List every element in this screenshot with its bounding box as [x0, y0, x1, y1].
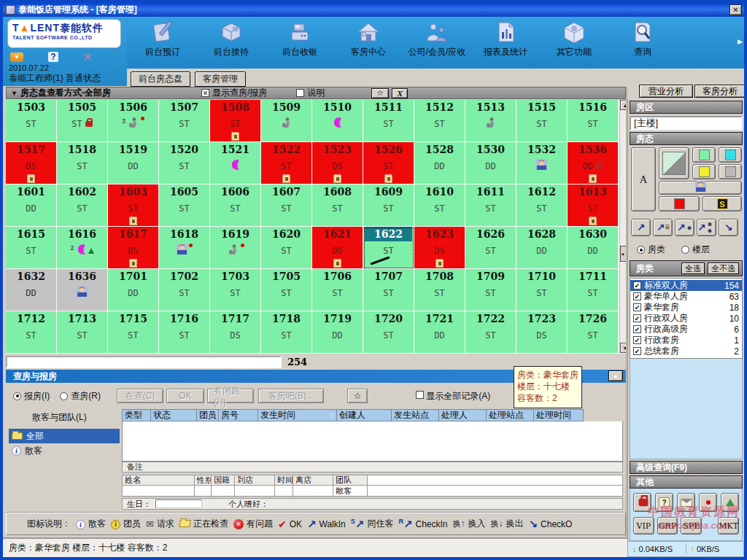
- code-button-mkt[interactable]: MKT: [718, 517, 739, 534]
- room-cell-1528[interactable]: 1528DD: [414, 142, 465, 184]
- table-header-4[interactable]: 房号: [219, 409, 258, 421]
- room-cell-1630[interactable]: 1630DD: [568, 227, 619, 269]
- status-a-button[interactable]: A: [631, 147, 656, 211]
- room-cell-1608[interactable]: 1608ST: [312, 184, 363, 227]
- guest-cell-3[interactable]: [212, 486, 235, 497]
- area-select-input[interactable]: [主楼]: [630, 116, 743, 131]
- room-cell-1712[interactable]: 1712ST: [6, 311, 57, 354]
- lock-room-button[interactable]: [633, 493, 651, 512]
- window-close-button[interactable]: ✕: [729, 4, 742, 15]
- room-cell-1719[interactable]: 1719DD: [312, 311, 363, 354]
- star-button[interactable]: ☆: [347, 389, 368, 403]
- room-cell-1532[interactable]: 1532: [516, 142, 568, 184]
- room-cell-1706[interactable]: 1706ST: [312, 269, 363, 311]
- room-cell-1623[interactable]: 1623DS: [414, 227, 465, 269]
- floor-radio[interactable]: [681, 246, 689, 254]
- room-cell-1610[interactable]: 1610ST: [414, 184, 465, 227]
- status-vacant-button[interactable]: [692, 147, 716, 163]
- roomtype-item-7[interactable]: ✔总统套房2: [630, 346, 742, 357]
- roomtype-item-2[interactable]: ✔豪华单人房63: [630, 291, 742, 302]
- collapse-section-button[interactable]: ▲: [608, 370, 623, 381]
- table-header-9[interactable]: 处理站点: [487, 409, 534, 421]
- room-cell-1516[interactable]: 1516ST: [568, 100, 619, 142]
- table-header-5[interactable]: 发生时间▽: [258, 409, 337, 421]
- status-yellow-button[interactable]: [692, 164, 716, 179]
- room-cell-1603[interactable]: 1603ST: [108, 184, 159, 227]
- roomtype-checkbox[interactable]: ✔: [633, 281, 641, 289]
- room-cell-1616[interactable]: 16162: [57, 227, 108, 269]
- room-cell-1522[interactable]: 1522ST: [261, 142, 312, 184]
- table-header-3[interactable]: 团员: [197, 409, 219, 421]
- room-cell-1530[interactable]: 1530DD: [465, 142, 516, 184]
- room-cell-1507[interactable]: 1507ST: [159, 100, 210, 142]
- room-cell-1716[interactable]: 1716ST: [159, 311, 210, 354]
- room-cell-1602[interactable]: 1602ST: [57, 184, 108, 227]
- room-cell-1511[interactable]: 1511ST: [363, 100, 414, 142]
- clean-arrow-button[interactable]: ↗⌸: [653, 219, 673, 236]
- roomtype-item-5[interactable]: ✔行政高级房6: [630, 324, 742, 335]
- toolbar-button-6[interactable]: 报表及统计: [471, 18, 540, 65]
- toolbar-overflow-icon[interactable]: ▶: [738, 38, 743, 45]
- guest-cell-4[interactable]: [235, 486, 275, 497]
- room-cell-1618[interactable]: 1618: [159, 227, 210, 269]
- room-cell-1513[interactable]: 1513: [465, 100, 516, 142]
- checkin-arrow-button[interactable]: ↗: [631, 219, 651, 236]
- room-cell-1723[interactable]: 1723DS: [516, 311, 568, 354]
- roomtype-radio[interactable]: [637, 246, 645, 254]
- show-inspect-checkbox[interactable]: ✕: [201, 89, 209, 97]
- room-bar-button[interactable]: 客房吧(B)...: [258, 389, 324, 403]
- room-cell-1702[interactable]: 1702ST: [159, 269, 210, 311]
- room-cell-1620[interactable]: 1620ST: [261, 227, 312, 269]
- table-header-8[interactable]: 处理人: [439, 409, 487, 421]
- toolbar-button-8[interactable]: 查询: [608, 18, 677, 65]
- room-analysis-button[interactable]: 客房分析: [694, 85, 746, 98]
- toolbar-button-3[interactable]: 前台收银: [266, 18, 334, 65]
- help-icon[interactable]: ?: [48, 52, 58, 62]
- exit-icon[interactable]: ✕: [83, 51, 92, 63]
- room-cell-1722[interactable]: 1722ST: [465, 311, 516, 354]
- table-header-10[interactable]: 处理时间: [534, 409, 584, 421]
- guest-cell-5[interactable]: [275, 486, 293, 497]
- room-cell-1615[interactable]: 1615ST: [6, 227, 57, 269]
- green-triangle-button[interactable]: [721, 493, 739, 512]
- ok-button[interactable]: OK: [166, 389, 204, 403]
- room-cell-1715[interactable]: 1715ST: [108, 311, 159, 354]
- status-cyan-button[interactable]: [719, 147, 742, 163]
- room-cell-1605[interactable]: 1605ST: [159, 184, 210, 227]
- toolbar-button-1[interactable]: 前台预订: [128, 18, 197, 65]
- toolbar-button-2[interactable]: 前台接待: [197, 18, 266, 65]
- inspect-radio[interactable]: [60, 392, 68, 400]
- roomtype-checkbox[interactable]: ✔: [633, 303, 641, 311]
- room-cell-1536[interactable]: 1536DD: [568, 142, 619, 184]
- room-cell-1632[interactable]: 1632DD: [6, 269, 57, 311]
- room-cell-1519[interactable]: 1519DD: [108, 142, 159, 184]
- room-cell-1713[interactable]: 1713ST: [57, 311, 108, 354]
- room-cell-1718[interactable]: 1718ST: [261, 311, 312, 354]
- code-button-grp[interactable]: GRP: [657, 517, 678, 534]
- tab-room-management[interactable]: 客房管理: [195, 71, 246, 87]
- code-button-spe[interactable]: SPE: [681, 517, 702, 534]
- status-guest-button[interactable]: [659, 181, 742, 195]
- roomtype-item-6[interactable]: ✔行政套房1: [630, 335, 742, 346]
- room-cell-1510[interactable]: 1510: [312, 100, 363, 142]
- room-cell-1523[interactable]: 1523DS: [312, 142, 363, 184]
- checkout-arrow-button[interactable]: ↘: [719, 219, 738, 236]
- roomtype-item-3[interactable]: ✔豪华套房18: [630, 302, 742, 313]
- room-cell-1611[interactable]: 1611ST: [465, 184, 516, 227]
- roomtype-checkbox[interactable]: ✔: [633, 336, 641, 344]
- room-cell-1515[interactable]: 1515ST: [516, 100, 568, 142]
- toolbar-button-7[interactable]: 其它功能: [540, 18, 608, 65]
- room-cell-1612[interactable]: 1612ST: [516, 184, 568, 227]
- room-cell-1619[interactable]: 1619: [210, 227, 261, 269]
- roomtype-checkbox[interactable]: ✔: [633, 325, 641, 333]
- room-cell-1508[interactable]: 1508ST: [210, 100, 261, 142]
- status-gray-button[interactable]: [719, 164, 742, 179]
- in-check-button[interactable]: 在查(C): [117, 389, 163, 403]
- room-cell-1518[interactable]: 1518ST: [57, 142, 108, 184]
- report-radio[interactable]: [13, 392, 21, 400]
- roomtype-item-1[interactable]: ✔标准双人房154: [630, 280, 742, 291]
- room-cell-1711[interactable]: 1711ST: [568, 269, 619, 311]
- inspect-table-body[interactable]: [122, 421, 623, 462]
- room-cell-1621[interactable]: 1621DD: [312, 227, 363, 269]
- roomtype-item-4[interactable]: ✔行政双人房10: [630, 313, 742, 324]
